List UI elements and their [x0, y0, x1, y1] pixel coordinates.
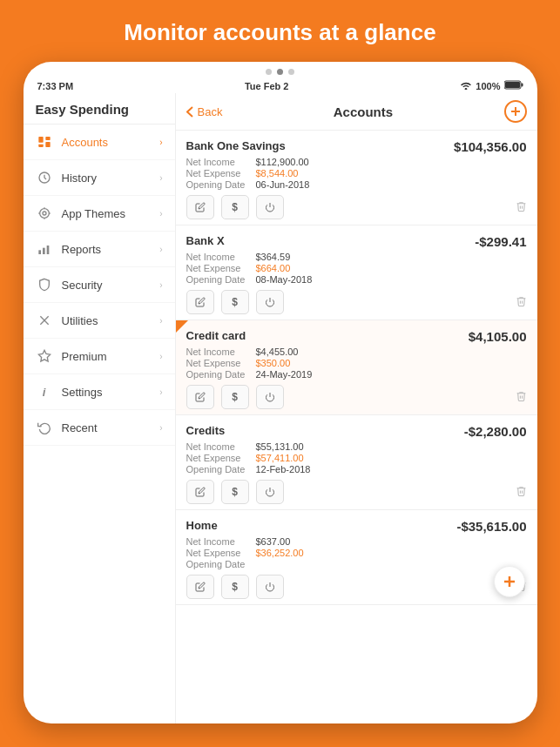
- net-income-label: Net Income: [186, 536, 256, 547]
- account-net-expense-row: Net Expense $350.00: [186, 358, 527, 368]
- dollar-icon: $: [232, 201, 238, 213]
- power-button[interactable]: [256, 385, 284, 409]
- account-card-credit-card: Credit card $4,105.00 Net Income $4,455.…: [176, 320, 537, 415]
- status-date: Tue Feb 2: [245, 81, 289, 91]
- svg-point-8: [43, 212, 46, 215]
- corner-flag: [176, 320, 188, 333]
- account-opening-date-row: Opening Date 08-May-2018: [186, 274, 527, 285]
- dollar-button[interactable]: $: [221, 480, 249, 504]
- net-expense-label: Net Expense: [186, 168, 256, 178]
- delete-button[interactable]: [516, 200, 527, 215]
- opening-date-label: Opening Date: [186, 179, 256, 190]
- sidebar-item-accounts[interactable]: Accounts ›: [24, 124, 175, 160]
- account-net-expense-row: Net Expense $36,252.00: [186, 548, 527, 558]
- chevron-icon-security: ›: [159, 280, 162, 290]
- chevron-icon-app-themes: ›: [159, 209, 162, 219]
- opening-date-value: [256, 559, 527, 569]
- sidebar-label-accounts: Accounts: [62, 136, 160, 149]
- dollar-button[interactable]: $: [221, 575, 249, 599]
- chevron-icon-accounts: ›: [159, 138, 162, 147]
- sidebar-item-history[interactable]: History ›: [24, 160, 175, 196]
- opening-date-label: Opening Date: [186, 464, 256, 474]
- account-opening-date-row: Opening Date 06-Jun-2018: [186, 179, 527, 190]
- power-button[interactable]: [256, 195, 284, 219]
- history-icon: [36, 169, 53, 186]
- delete-button[interactable]: [516, 390, 527, 405]
- account-actions: $: [186, 290, 527, 314]
- net-expense-value: $350.00: [256, 358, 527, 368]
- sidebar-item-recent[interactable]: Recent ›: [24, 410, 175, 446]
- status-right: 100%: [460, 80, 523, 91]
- power-button[interactable]: [256, 480, 284, 504]
- net-expense-value: $36,252.00: [256, 548, 527, 558]
- opening-date-value: 12-Feb-2018: [256, 464, 527, 474]
- account-balance: -$299.41: [475, 234, 526, 249]
- account-top-row: Bank One Savings $104,356.00: [186, 139, 527, 154]
- dollar-icon: $: [232, 391, 238, 403]
- account-net-income-row: Net Income $4,455.00: [186, 347, 527, 357]
- dollar-icon: $: [232, 581, 238, 593]
- svg-rect-3: [38, 137, 43, 143]
- add-account-button[interactable]: [504, 100, 527, 123]
- sidebar-label-security: Security: [62, 279, 160, 292]
- sidebar-item-premium[interactable]: Premium ›: [24, 339, 175, 374]
- sidebar-item-app-themes[interactable]: App Themes ›: [24, 196, 175, 232]
- account-actions: $: [186, 480, 527, 504]
- power-button[interactable]: [256, 290, 284, 314]
- chevron-icon-premium: ›: [159, 352, 162, 361]
- svg-rect-16: [46, 246, 49, 254]
- dollar-button[interactable]: $: [221, 195, 249, 219]
- device-dots: [24, 62, 537, 78]
- account-balance: -$35,615.00: [456, 519, 526, 534]
- edit-button[interactable]: [186, 480, 214, 504]
- net-income-value: $4,455.00: [256, 347, 527, 357]
- app-themes-icon: [36, 205, 53, 222]
- account-net-expense-row: Net Expense $664.00: [186, 263, 527, 273]
- delete-button[interactable]: [516, 485, 527, 500]
- edit-button[interactable]: [186, 385, 214, 409]
- svg-rect-14: [38, 251, 41, 255]
- svg-rect-1: [521, 84, 523, 87]
- net-expense-label: Net Expense: [186, 358, 256, 368]
- sidebar-item-utilities[interactable]: Utilities ›: [24, 303, 175, 339]
- sidebar-item-settings[interactable]: i Settings ›: [24, 374, 175, 410]
- svg-marker-19: [38, 351, 50, 362]
- sidebar-label-utilities: Utilities: [62, 314, 160, 327]
- account-card-credits: Credits -$2,280.00 Net Income $55,131.00…: [176, 415, 537, 510]
- dollar-button[interactable]: $: [221, 385, 249, 409]
- svg-rect-15: [43, 248, 45, 254]
- delete-button[interactable]: [516, 295, 527, 310]
- fab-add-button[interactable]: [494, 566, 525, 597]
- sidebar-label-premium: Premium: [62, 350, 160, 363]
- wifi-icon: [460, 80, 472, 91]
- status-bar: 7:33 PM Tue Feb 2 100%: [24, 78, 537, 93]
- sidebar-label-reports: Reports: [62, 243, 160, 256]
- net-income-value: $55,131.00: [256, 441, 527, 452]
- accounts-icon: [36, 133, 53, 151]
- account-card-bank-x: Bank X -$299.41 Net Income $364.59 Net E…: [176, 225, 537, 320]
- back-button[interactable]: Back: [186, 105, 223, 118]
- edit-button[interactable]: [186, 575, 214, 599]
- account-net-expense-row: Net Expense $8,544.00: [186, 168, 527, 178]
- account-net-expense-row: Net Expense $57,411.00: [186, 453, 527, 463]
- net-income-value: $637.00: [256, 536, 527, 547]
- account-balance: $4,105.00: [469, 329, 527, 344]
- chevron-icon-utilities: ›: [159, 316, 162, 326]
- edit-button[interactable]: [186, 290, 214, 314]
- net-expense-label: Net Expense: [186, 453, 256, 463]
- power-button[interactable]: [256, 575, 284, 599]
- account-actions: $: [186, 385, 527, 409]
- account-balance: -$2,280.00: [464, 424, 527, 439]
- account-balance: $104,356.00: [454, 139, 526, 154]
- sidebar-item-security[interactable]: Security ›: [24, 267, 175, 303]
- main-header: Back Accounts: [176, 93, 537, 131]
- security-icon: [36, 276, 53, 293]
- app-content: Easy Spending Accounts › History ›: [24, 93, 537, 723]
- account-name: Home: [186, 519, 218, 532]
- edit-button[interactable]: [186, 195, 214, 219]
- sidebar-item-reports[interactable]: Reports ›: [24, 232, 175, 267]
- sidebar: Easy Spending Accounts › History ›: [24, 93, 176, 723]
- net-expense-value: $8,544.00: [256, 168, 527, 178]
- chevron-icon-settings: ›: [159, 387, 162, 397]
- dollar-button[interactable]: $: [221, 290, 249, 314]
